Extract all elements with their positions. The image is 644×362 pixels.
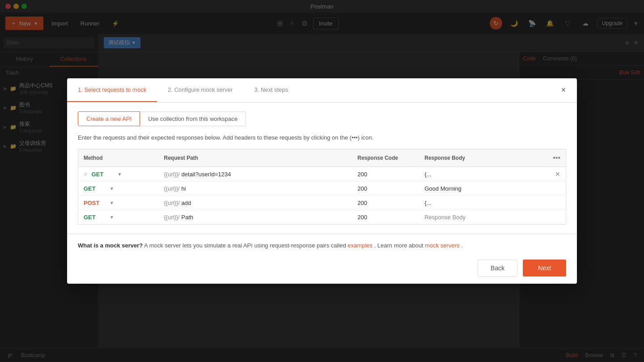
response-code-3: 200	[357, 214, 367, 221]
modal-tab-next-steps[interactable]: 3. Next steps	[243, 78, 299, 102]
url-path-1[interactable]: hi	[182, 185, 186, 192]
mock-description-text2: . Learn more about	[374, 242, 425, 249]
modal-close-button[interactable]: ×	[557, 84, 570, 96]
method-cell-3: GET POST PUT DELETE ▼	[78, 210, 159, 225]
mock-description-text1: A mock server lets you simulate a real A…	[144, 242, 347, 249]
url-cell-1: {{url}}/ hi	[159, 182, 352, 196]
description-text: Enter the requests and their expected re…	[78, 133, 566, 142]
method-dropdown-arrow-icon-1: ▼	[110, 186, 114, 191]
response-code-column-header: Response Code	[352, 149, 419, 167]
response-code-cell-1[interactable]: 200	[352, 182, 419, 196]
modal-body: Create a new API Use collection from thi…	[67, 102, 577, 234]
response-code-cell-0[interactable]: 200	[352, 167, 419, 182]
response-body-text-1[interactable]: Good Morning	[424, 185, 461, 192]
url-prefix-3: {{url}}/	[164, 214, 180, 221]
table-row: GET POST PUT DELETE ▼ {{url}}/ Path 200 …	[78, 210, 566, 225]
next-button[interactable]: Next	[523, 260, 566, 277]
table-row: GET POST PUT DELETE ▼ {{url}}/ hi 200 Go…	[78, 182, 566, 196]
url-cell-3: {{url}}/ Path	[159, 210, 352, 225]
request-table: Method Request Path Response Code Respon…	[78, 149, 566, 225]
what-is-mock-text: What is a mock server? A mock server let…	[78, 241, 566, 251]
modal: 1. Select requests to mock 2. Configure …	[67, 78, 577, 284]
url-cell-2: {{url}}/ add	[159, 196, 352, 210]
row-close-icon-0[interactable]: ✕	[555, 170, 560, 178]
response-body-cell-0: {... ✕	[419, 167, 566, 182]
use-collection-button[interactable]: Use collection from this workspace	[140, 111, 246, 126]
url-path-0[interactable]: detail?userId=1234	[182, 171, 231, 178]
modal-footer: What is a mock server? A mock server let…	[67, 234, 577, 284]
modal-overlay: 1. Select requests to mock 2. Configure …	[0, 0, 644, 362]
response-body-text-3[interactable]: Response Body	[424, 214, 466, 221]
modal-tab-configure[interactable]: 2. Configure mock server	[157, 78, 243, 102]
method-dropdown-arrow-icon-3: ▼	[110, 215, 114, 220]
table-row: ≡ GET POST PUT DELETE ▼ {{url}}/ detail?…	[78, 167, 566, 182]
modal-header: 1. Select requests to mock 2. Configure …	[67, 78, 577, 102]
mock-description-text3: .	[461, 242, 463, 249]
response-code-cell-3[interactable]: 200	[352, 210, 419, 225]
url-path-2[interactable]: add	[182, 200, 191, 206]
response-body-cell-1: Good Morning	[419, 182, 566, 196]
response-code-0: 200	[357, 171, 367, 178]
method-cell-0: ≡ GET POST PUT DELETE ▼	[78, 167, 159, 182]
response-body-cell-2: {...	[419, 196, 566, 210]
response-body-column-header: Response Body •••	[419, 149, 566, 167]
url-prefix-0: {{url}}/	[164, 171, 180, 178]
footer-buttons: Back Next	[78, 260, 566, 277]
drag-handle-icon[interactable]: ≡	[84, 171, 87, 178]
mock-servers-link[interactable]: mock servers	[425, 242, 459, 249]
request-path-column-header: Request Path	[159, 149, 352, 167]
table-row: GET POST PUT DELETE ▼ {{url}}/ add 200 {…	[78, 196, 566, 210]
response-body-text-2[interactable]: {...	[424, 200, 431, 206]
method-select-0[interactable]: GET POST PUT DELETE	[92, 171, 115, 178]
method-select-3[interactable]: GET POST PUT DELETE	[84, 214, 107, 221]
method-dropdown-arrow-icon-0: ▼	[118, 172, 122, 177]
create-new-api-button[interactable]: Create a new API	[78, 111, 140, 126]
url-path-3[interactable]: Path	[182, 214, 194, 221]
method-dropdown-arrow-icon-2: ▼	[110, 200, 114, 205]
url-prefix-1: {{url}}/	[164, 185, 180, 192]
response-body-text-0[interactable]: {...	[424, 171, 431, 178]
method-select-1[interactable]: GET POST PUT DELETE	[84, 185, 107, 192]
response-body-cell-3: Response Body	[419, 210, 566, 225]
method-cell-1: GET POST PUT DELETE ▼	[78, 182, 159, 196]
url-prefix-2: {{url}}/	[164, 200, 180, 206]
response-code-2: 200	[357, 200, 367, 206]
method-select-2[interactable]: GET POST PUT DELETE	[84, 200, 107, 206]
response-code-cell-2[interactable]: 200	[352, 196, 419, 210]
table-header-row: Method Request Path Response Code Respon…	[78, 149, 566, 167]
method-cell-2: GET POST PUT DELETE ▼	[78, 196, 159, 210]
tab-buttons: Create a new API Use collection from thi…	[78, 111, 566, 126]
method-column-header: Method	[78, 149, 159, 167]
what-is-mock-bold: What is a mock server?	[78, 242, 143, 249]
modal-tab-select-requests[interactable]: 1. Select requests to mock	[67, 78, 157, 102]
examples-link[interactable]: examples	[347, 242, 373, 249]
url-cell-0: {{url}}/ detail?userId=1234	[159, 167, 352, 182]
response-code-1: 200	[357, 185, 367, 192]
back-button[interactable]: Back	[478, 260, 517, 277]
table-more-options-icon[interactable]: •••	[553, 154, 560, 162]
